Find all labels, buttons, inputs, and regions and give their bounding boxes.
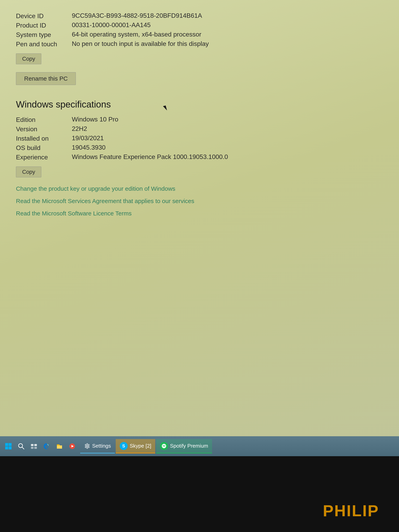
edition-row: Edition Windows 10 Pro: [16, 116, 383, 123]
experience-label: Experience: [16, 153, 72, 161]
edition-label: Edition: [16, 116, 72, 123]
os-build-row: OS build 19045.3930: [16, 144, 383, 152]
edition-value: Windows 10 Pro: [72, 116, 383, 123]
pen-touch-value: No pen or touch input is available for t…: [72, 40, 383, 47]
settings-taskbar-icon: [84, 443, 90, 449]
taskbar: Settings S Skype [2] Spotify Premium: [0, 436, 399, 456]
product-id-row: Product ID 00331-10000-00001-AA145: [16, 21, 383, 29]
experience-value: Windows Feature Experience Pack 1000.190…: [72, 153, 383, 161]
system-type-label: System type: [16, 31, 72, 38]
system-type-value: 64-bit operating system, x64-based proce…: [72, 31, 383, 38]
installed-on-label: Installed on: [16, 134, 72, 142]
search-icon[interactable]: [15, 440, 27, 453]
upgrade-windows-link[interactable]: Change the product key or upgrade your e…: [16, 185, 383, 192]
svg-rect-7: [34, 444, 37, 446]
svg-rect-9: [34, 447, 37, 449]
svg-point-12: [86, 445, 88, 447]
pen-touch-row: Pen and touch No pen or touch input is a…: [16, 40, 383, 48]
settings-taskbar-label: Settings: [92, 443, 111, 449]
philips-logo: PHILIP: [323, 502, 379, 520]
skype-taskbar-label: Skype [2]: [130, 443, 151, 449]
links-section: Change the product key or upgrade your e…: [0, 179, 399, 228]
settings-taskbar-app[interactable]: Settings: [80, 439, 115, 453]
media-player-icon[interactable]: [66, 440, 79, 453]
laptop-bezel: PHILIP: [0, 456, 399, 532]
system-type-row: System type 64-bit operating system, x64…: [16, 31, 383, 38]
product-id-label: Product ID: [16, 21, 72, 29]
svg-rect-2: [5, 446, 8, 450]
product-id-value: 00331-10000-00001-AA145: [72, 21, 383, 29]
svg-rect-1: [9, 443, 12, 446]
edge-icon[interactable]: [40, 440, 53, 453]
file-explorer-icon[interactable]: [53, 440, 66, 453]
svg-rect-6: [31, 444, 33, 446]
svg-line-5: [22, 447, 24, 449]
spotify-icon: [160, 442, 168, 450]
task-view-icon[interactable]: [27, 440, 40, 453]
rename-pc-button[interactable]: Rename this PC: [16, 72, 76, 85]
svg-rect-3: [9, 446, 12, 450]
installed-on-row: Installed on 19/03/2021: [16, 134, 383, 142]
software-licence-link[interactable]: Read the Microsoft Software Licence Term…: [16, 210, 383, 217]
spotify-taskbar-app[interactable]: Spotify Premium: [156, 439, 212, 453]
services-agreement-link[interactable]: Read the Microsoft Services Agreement th…: [16, 198, 383, 204]
device-id-label: Device ID: [16, 12, 72, 20]
skype-icon: S: [120, 442, 128, 450]
start-button[interactable]: [2, 440, 15, 453]
copy-button-1[interactable]: Copy: [16, 53, 41, 64]
os-build-label: OS build: [16, 144, 72, 152]
copy-button-2[interactable]: Copy: [16, 167, 41, 177]
device-id-value: 9CC59A3C-B993-4882-9518-20BFD914B61A: [72, 12, 383, 19]
spotify-taskbar-label: Spotify Premium: [170, 443, 208, 449]
os-build-value: 19045.3930: [72, 144, 383, 151]
installed-on-value: 19/03/2021: [72, 134, 383, 142]
svg-rect-8: [31, 447, 33, 449]
version-value: 22H2: [72, 125, 383, 133]
experience-row: Experience Windows Feature Experience Pa…: [16, 153, 383, 161]
device-id-row: Device ID 9CC59A3C-B993-4882-9518-20BFD9…: [16, 12, 383, 20]
version-row: Version 22H2: [16, 125, 383, 133]
svg-rect-0: [5, 443, 8, 446]
pen-touch-label: Pen and touch: [16, 40, 72, 48]
version-label: Version: [16, 125, 72, 133]
skype-taskbar-app[interactable]: S Skype [2]: [116, 439, 155, 453]
windows-specs-title: Windows specifications: [16, 97, 383, 110]
